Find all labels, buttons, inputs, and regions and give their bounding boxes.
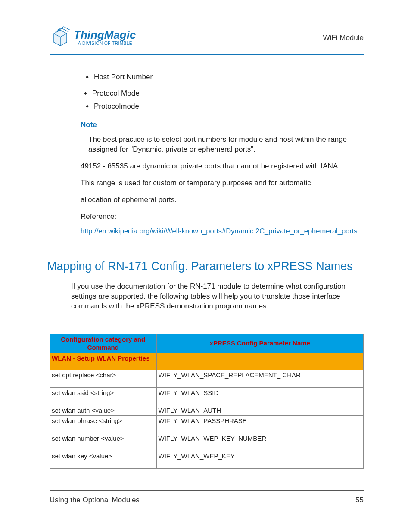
table-cell: WIFLY_WLAN_SSID [156, 388, 363, 405]
page-footer: Using the Optional Modules 55 [50, 490, 364, 504]
body-content: Host Port Number Protocol Mode Protocolm… [71, 72, 364, 236]
table-row: set opt replace <char> WIFLY_WLAN_SPACE_… [50, 370, 364, 388]
table-cell: set opt replace <char> [50, 370, 157, 388]
note-block: Note The best practice is to select port… [81, 120, 364, 236]
table-header-cell: xPRESS Config Parameter Name [156, 334, 363, 353]
table-cell: set wlan key <value> [50, 451, 157, 469]
brand-name: ThingMagic [74, 29, 136, 40]
list-item: Host Port Number [86, 72, 364, 82]
table-subheader-cell: WLAN - Setup WLAN Properties [50, 353, 157, 370]
brand-tagline: A DIVISION OF TRIMBLE [78, 41, 136, 46]
reference-link[interactable]: http://en.wikipedia.org/wiki/Well-known_… [81, 226, 364, 236]
thingmagic-cube-icon [50, 25, 71, 49]
note-paragraph: This range is used for custom or tempora… [81, 178, 364, 188]
table-cell: set wlan phrase <string> [50, 416, 157, 433]
note-paragraph: 49152 - 65535 are dynamic or private por… [81, 162, 364, 171]
table-cell: WIFLY_WLAN_WEP_KEY_NUMBER [156, 433, 363, 451]
logo: ThingMagic A DIVISION OF TRIMBLE [50, 25, 136, 49]
table-row: set wlan ssid <string> WIFLY_WLAN_SSID [50, 388, 364, 405]
section-heading: Mapping of RN-171 Config. Parameters to … [47, 260, 364, 273]
note-paragraph: allocation of ephemeral ports. [81, 195, 364, 205]
mapping-table: Configuration category and Command xPRES… [50, 334, 364, 469]
table-cell: WIFLY_WLAN_PASSPHRASE [156, 416, 363, 433]
table-cell: set wlan ssid <string> [50, 388, 157, 405]
page-number: 55 [355, 496, 364, 504]
note-title: Note [81, 120, 364, 130]
note-rule [81, 131, 218, 131]
list-item: Protocol Mode [84, 88, 364, 99]
footer-left: Using the Optional Modules [50, 496, 140, 504]
table-header-cell: Configuration category and Command [50, 334, 157, 353]
table-row: set wlan phrase <string> WIFLY_WLAN_PASS… [50, 416, 364, 433]
table-cell: set wlan auth <value> [50, 405, 157, 416]
table-row: set wlan key <value> WIFLY_WLAN_WEP_KEY [50, 451, 364, 469]
table-cell: WIFLY_WLAN_SPACE_REPLACEMENT_ CHAR [156, 370, 363, 388]
note-paragraph: Reference: [81, 212, 364, 222]
table-row: set wlan number <value> WIFLY_WLAN_WEP_K… [50, 433, 364, 451]
table-row: set wlan auth <value> WIFLY_WLAN_AUTH [50, 405, 364, 416]
table-cell: WIFLY_WLAN_WEP_KEY [156, 451, 363, 469]
list-item: Protocolmode [86, 101, 364, 112]
table-cell: set wlan number <value> [50, 433, 157, 451]
note-paragraph: The best practice is to select port numb… [88, 135, 364, 155]
table-cell: WIFLY_WLAN_AUTH [156, 405, 363, 416]
table-subheader-cell [156, 353, 363, 370]
section-intro: If you use the documentation for the RN-… [71, 282, 364, 311]
header-section-title: WiFi Module [323, 34, 364, 42]
page-header: ThingMagic A DIVISION OF TRIMBLE WiFi Mo… [50, 25, 364, 55]
